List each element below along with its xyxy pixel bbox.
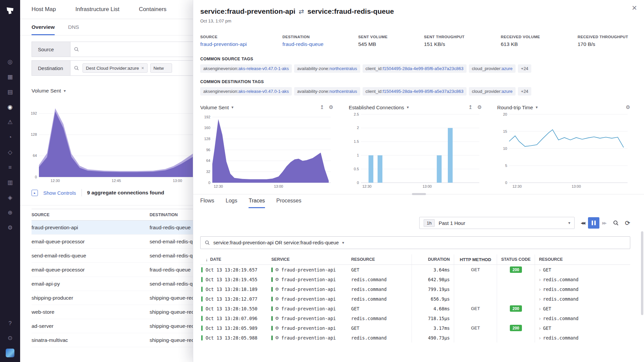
rewind-button[interactable]: ◀◀: [581, 221, 585, 225]
watchdog-icon[interactable]: ◎: [6, 58, 14, 66]
trace-search-bar[interactable]: service:fraud-prevention-api OR service:…: [200, 236, 630, 249]
resource2-column-header[interactable]: RESOURCE: [535, 254, 630, 264]
search-query[interactable]: service:fraud-prevention-api OR service:…: [213, 240, 339, 245]
forward-button[interactable]: ▶▶: [602, 221, 607, 225]
notebooks-icon[interactable]: ▥: [6, 178, 14, 187]
settings-icon[interactable]: ⚙: [6, 224, 14, 232]
help-icon[interactable]: ?: [6, 319, 14, 328]
date-column-header[interactable]: ↓ DATE: [206, 254, 271, 264]
export-icon[interactable]: ↥: [320, 104, 324, 110]
tag-pill[interactable]: availability-zone:northcentralus: [294, 64, 360, 73]
chevron-right-icon[interactable]: ›: [539, 315, 541, 321]
established-connections-chart[interactable]: 00.511.522.512:3013:00: [349, 112, 482, 189]
integrations-icon[interactable]: ⊕: [6, 208, 14, 217]
top-tab[interactable]: Host Map: [32, 6, 56, 13]
trace-row[interactable]: Oct 13 13:28:19.657 ⚙ fraud-prevention-a…: [200, 265, 630, 275]
chevron-down-icon[interactable]: ▾: [536, 105, 538, 110]
panel-tab[interactable]: Logs: [226, 198, 237, 208]
tag-pill[interactable]: cloud_provider:azure: [469, 64, 516, 73]
service-color-bar: [271, 297, 273, 301]
remove-pill-icon[interactable]: ×: [141, 65, 144, 71]
close-icon[interactable]: ×: [632, 3, 637, 12]
status-code-column-header[interactable]: STATUS CODE: [497, 254, 535, 264]
chevron-right-icon[interactable]: ›: [539, 306, 541, 311]
svg-text:160: 160: [204, 126, 210, 130]
chevron-right-icon[interactable]: ›: [539, 286, 541, 292]
synthetics-icon[interactable]: ◇: [6, 148, 14, 157]
tag-pill[interactable]: client_id:f1504495-28da-4e99-85f6-a5e37a…: [363, 64, 467, 73]
trace-resource2: GET: [543, 267, 551, 273]
chevron-right-icon[interactable]: ›: [539, 335, 541, 341]
trace-row[interactable]: Oct 13 13:28:10.550 ⚙ fraud-prevention-a…: [200, 304, 630, 313]
sub-tab[interactable]: DNS: [68, 24, 79, 35]
gear-icon[interactable]: ⚙: [329, 104, 333, 110]
tag-pill[interactable]: client_id:f1504495-28da-4e99-85f6-a5e37a…: [363, 87, 467, 96]
account-icon[interactable]: ⊙: [6, 334, 14, 343]
chevron-down-icon[interactable]: ▾: [407, 105, 409, 110]
chevron-down-icon[interactable]: ▾: [342, 240, 344, 245]
stat-destination: DESTINATION fraud-redis-queue: [282, 35, 358, 47]
service-column-header[interactable]: SERVICE: [271, 254, 351, 264]
http-method-column-header[interactable]: HTTP METHOD: [454, 254, 497, 264]
tag-pill[interactable]: cloud_provider:azure: [469, 87, 516, 96]
top-tab[interactable]: Containers: [139, 6, 166, 13]
duration-column-header[interactable]: DURATION: [412, 254, 454, 264]
chevron-right-icon[interactable]: ›: [539, 325, 541, 331]
user-avatar[interactable]: [6, 349, 14, 357]
resource-column-header[interactable]: RESOURCE: [351, 254, 412, 264]
refresh-button[interactable]: ⟳: [625, 220, 630, 226]
gear-icon[interactable]: ⚙: [477, 104, 482, 110]
svg-text:2: 2: [357, 126, 359, 130]
source-link[interactable]: fraud-prevention-api: [200, 41, 282, 47]
scrollbar-thumb[interactable]: [641, 231, 643, 315]
chart-title[interactable]: Volume Sent: [200, 105, 229, 110]
trace-row[interactable]: Oct 13 13:28:05.989 ⚙ fraud-prevention-a…: [200, 323, 630, 333]
gear-icon[interactable]: ⚙: [626, 104, 630, 110]
trace-row[interactable]: Oct 13 13:28:18.189 ⚙ fraud-prevention-a…: [200, 284, 630, 294]
svg-text:0.5: 0.5: [354, 167, 359, 171]
metric-select-label: Volume Sent: [32, 88, 61, 94]
trace-row[interactable]: Oct 13 13:28:12.077 ⚙ fraud-prevention-a…: [200, 294, 630, 304]
more-tags-pill[interactable]: +24: [518, 87, 531, 96]
panel-tab[interactable]: Processes: [276, 198, 302, 208]
pause-button[interactable]: [588, 217, 599, 229]
chevron-right-icon[interactable]: ›: [539, 296, 541, 302]
source-column-header[interactable]: SOURCE: [32, 213, 150, 217]
export-icon[interactable]: ↥: [468, 104, 473, 110]
chart-title[interactable]: Established Connections: [349, 105, 404, 110]
datadog-logo[interactable]: [3, 3, 17, 18]
tag-pill[interactable]: availability-zone:northcentralus: [294, 87, 360, 96]
network-icon[interactable]: ◉: [6, 103, 14, 112]
panel-tab[interactable]: Traces: [249, 198, 265, 208]
sub-tab[interactable]: Overview: [32, 24, 55, 35]
filter-pill[interactable]: Netw ×: [150, 63, 172, 73]
destination-link[interactable]: fraud-redis-queue: [282, 41, 358, 47]
round-trip-time-chart[interactable]: 0510152012:3013:00: [497, 112, 630, 189]
trace-row[interactable]: Oct 13 13:28:05.988 ⚙ fraud-prevention-a…: [200, 333, 630, 343]
zoom-search-button[interactable]: [613, 220, 619, 226]
panel-tab[interactable]: Flows: [200, 198, 214, 208]
chevron-down-icon[interactable]: ▾: [231, 105, 233, 110]
trace-row[interactable]: Oct 13 13:28:19.455 ⚙ fraud-prevention-a…: [200, 275, 630, 284]
infrastructure-icon[interactable]: ▤: [6, 88, 14, 97]
apm-icon[interactable]: ◔: [6, 133, 14, 142]
logs-icon[interactable]: ≡: [6, 163, 14, 172]
chevron-right-icon[interactable]: ›: [539, 277, 541, 282]
show-controls-icon[interactable]: ▸: [32, 190, 38, 196]
more-tags-pill[interactable]: +24: [518, 64, 531, 73]
drag-handle[interactable]: [412, 193, 426, 195]
volume-sent-chart[interactable]: 032649612816019212:3013:00: [200, 112, 333, 189]
time-range-select[interactable]: 1h Past 1 Hour ▾: [419, 217, 575, 229]
monitors-icon[interactable]: ⚠: [6, 118, 14, 127]
filter-pill[interactable]: Dest Cloud Provider:azure ×: [83, 63, 148, 73]
dashboards-icon[interactable]: ▦: [6, 73, 14, 81]
top-tab[interactable]: Infrastructure List: [75, 6, 119, 13]
tag-pill[interactable]: aksengineversion:aks-release-v0.47.0-1-a…: [200, 87, 292, 96]
chevron-right-icon[interactable]: ›: [539, 267, 541, 273]
trace-row[interactable]: Oct 13 13:28:07.096 ⚙ fraud-prevention-a…: [200, 313, 630, 323]
show-controls-link[interactable]: Show Controls: [43, 190, 76, 196]
tag-pill[interactable]: aksengineversion:aks-release-v0.47.0-1-a…: [200, 64, 292, 73]
chart-title[interactable]: Round-trip Time: [497, 105, 533, 110]
trace-http-method: [454, 284, 497, 294]
security-icon[interactable]: ◈: [6, 193, 14, 202]
